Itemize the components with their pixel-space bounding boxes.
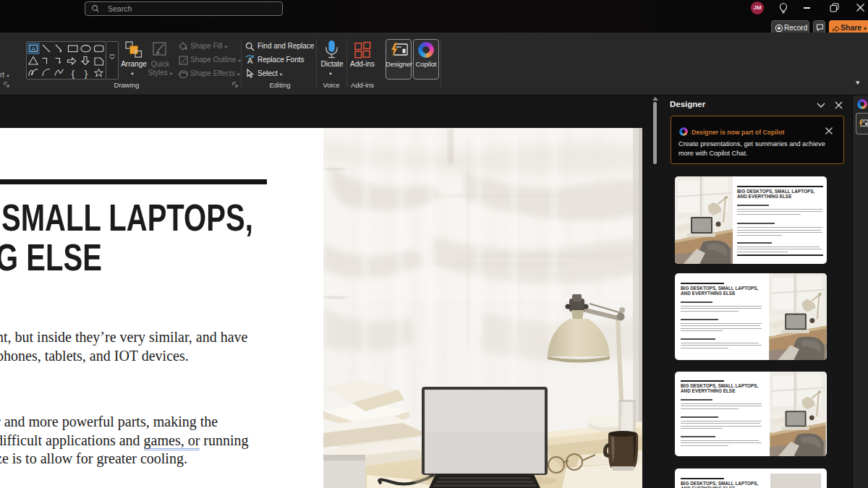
svg-text:A: A [31,46,35,53]
svg-text:}: } [85,68,88,79]
svg-text:{: { [72,68,75,79]
